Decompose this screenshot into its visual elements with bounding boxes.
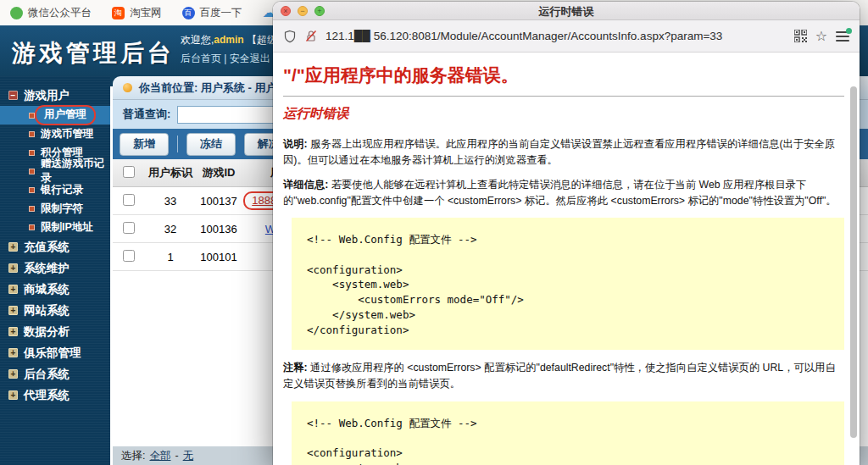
user-id-cell: 1 <box>145 251 196 263</box>
expand-icon[interactable]: + <box>8 327 18 336</box>
expand-icon[interactable]: + <box>8 263 18 273</box>
game-id-cell: 100101 <box>196 251 242 263</box>
collapse-icon[interactable]: − <box>8 91 18 100</box>
sidebar-subitem-游戏币管理[interactable]: 游戏币管理 <box>0 125 110 143</box>
query-label: 普通查询: <box>123 107 170 122</box>
bookmark-label: 淘宝网 <box>130 6 162 20</box>
window-titlebar[interactable]: 运行时错误 <box>273 2 860 20</box>
sidebar-item-label: 商城系统 <box>24 282 70 297</box>
game-id-cell: 100136 <box>196 223 242 235</box>
expand-icon[interactable]: + <box>8 306 18 315</box>
sidebar-subitem-限制IP地址[interactable]: 限制IP地址 <box>0 218 110 236</box>
breadcrumb-dot-icon <box>123 83 132 92</box>
row-checkbox[interactable] <box>123 222 135 234</box>
scrollbar-thumb[interactable] <box>850 86 857 438</box>
toolbar-button-冻结[interactable]: 冻结 <box>186 133 236 156</box>
bullet-icon <box>29 206 35 212</box>
expand-icon[interactable]: + <box>8 242 18 252</box>
welcome-prefix: 欢迎您, <box>181 34 214 46</box>
webconfig-code-block-1: <!-- Web.Config 配置文件 --> <configuration>… <box>292 218 844 350</box>
sidebar-item-label: 网站系统 <box>24 303 70 318</box>
expand-icon[interactable]: + <box>8 390 18 400</box>
shield-icon[interactable] <box>283 30 297 43</box>
game-id-cell: 100137 <box>196 195 242 208</box>
qr-code-icon[interactable] <box>794 30 807 42</box>
sidebar-item-label: 游戏用户 <box>24 88 70 103</box>
sidebar-subitem-label: 游戏币管理 <box>41 127 94 141</box>
error-page-content: "/"应用程序中的服务器错误。 运行时错误 说明: 服务器上出现应用程序错误。此… <box>273 53 860 465</box>
row-checkbox[interactable] <box>123 250 135 262</box>
error-browser-window: 运行时错误 121.1██ 56.120:8081/Module/Account… <box>273 2 860 465</box>
bookmark-item[interactable]: 百度一下 <box>182 6 242 20</box>
sidebar-item-充值系统[interactable]: +充值系统 <box>0 236 110 257</box>
sidebar-item-网站系统[interactable]: +网站系统 <box>0 300 110 321</box>
menu-notification-dot <box>846 28 852 34</box>
sidebar-item-商城系统[interactable]: +商城系统 <box>0 279 110 300</box>
details-text: 若要使他人能够在远程计算机上查看此特定错误消息的详细信息，请在位于当前 Web … <box>283 179 837 207</box>
screen: 微信公众平台淘宝网百度一下腾讯云阿里云 游戏管理后台 欢迎您,admin 【超级… <box>0 0 868 465</box>
row-checkbox-cell <box>113 194 145 208</box>
sidebar-subitem-label: 银行记录 <box>41 183 83 197</box>
note-text: 通过修改应用程序的 <customErrors> 配置标记的"defaultRe… <box>283 362 836 390</box>
sidebar-subitem-用户管理[interactable]: 用户管理 <box>0 106 110 125</box>
user-id-cell: 32 <box>145 223 196 235</box>
expand-icon[interactable]: + <box>8 285 18 294</box>
select-none-link[interactable]: 无 <box>183 449 194 463</box>
sidebar-item-代理系统[interactable]: +代理系统 <box>0 385 110 406</box>
page-title: 游戏管理后台 <box>12 37 175 69</box>
column-header: 用户标识 <box>145 165 196 180</box>
sidebar-item-系统维护[interactable]: +系统维护 <box>0 257 110 279</box>
sidebar-item-label: 系统维护 <box>24 261 70 276</box>
sidebar-subitem-label: 限制字符 <box>41 202 83 216</box>
selection-label: 选择: <box>121 449 145 463</box>
row-checkbox[interactable] <box>123 194 135 206</box>
sidebar-item-label: 后台系统 <box>24 367 70 382</box>
bullet-icon <box>29 131 35 137</box>
bullet-icon <box>29 150 35 156</box>
baidu-icon <box>182 7 195 19</box>
sidebar-item-label: 代理系统 <box>24 388 70 403</box>
expand-icon[interactable]: + <box>8 369 18 379</box>
sidebar-subitem-限制字符[interactable]: 限制字符 <box>0 199 110 218</box>
bookmark-label: 微信公众平台 <box>28 6 92 20</box>
address-input[interactable]: 121.1██ 56.120:8081/Module/AccountManage… <box>326 30 786 42</box>
header-checkbox-cell <box>113 166 145 180</box>
webconfig-code-block-2: <!-- Web.Config 配置文件 --> <configuration>… <box>292 401 844 465</box>
error-subheading: 运行时错误 <box>283 105 844 123</box>
insecure-lock-icon[interactable] <box>305 30 317 42</box>
toolbar-separator <box>177 136 178 152</box>
row-checkbox-cell <box>113 250 145 264</box>
sidebar-item-label: 数据分析 <box>24 324 70 340</box>
sidebar-item-俱乐部管理[interactable]: +俱乐部管理 <box>0 342 110 363</box>
user-id-cell: 33 <box>145 195 196 208</box>
sidebar-item-数据分析[interactable]: +数据分析 <box>0 321 110 342</box>
details-label: 详细信息: <box>283 179 328 191</box>
toolbar-button-新增[interactable]: 新增 <box>120 133 169 156</box>
select-all-link[interactable]: 全部 <box>149 449 170 463</box>
menu-icon[interactable] <box>836 31 849 42</box>
sidebar-subitem-赠送游戏币记录[interactable]: 赠送游戏币记录 <box>0 162 110 180</box>
row-checkbox-cell <box>113 222 145 236</box>
sidebar-item-游戏用户[interactable]: −游戏用户 <box>0 85 110 106</box>
expand-icon[interactable]: + <box>8 348 18 357</box>
window-title: 运行时错误 <box>273 4 860 19</box>
bookmark-item[interactable]: 微信公众平台 <box>10 6 92 20</box>
sidebar-item-label: 充值系统 <box>24 240 70 255</box>
note-label: 注释: <box>283 362 308 374</box>
bullet-icon <box>29 187 35 193</box>
error-details: 详细信息: 若要使他人能够在远程计算机上查看此特定错误消息的详细信息，请在位于当… <box>283 177 844 209</box>
sidebar: −游戏用户用户管理游戏币管理积分管理赠送游戏币记录银行记录限制字符限制IP地址+… <box>0 76 110 465</box>
sidebar-subitem-label: 限制IP地址 <box>41 220 93 235</box>
sidebar-subitem-label: 赠送游戏币记录 <box>41 157 110 185</box>
bookmark-item[interactable]: 淘宝网 <box>112 6 162 20</box>
sidebar-subitem-label: 用户管理 <box>35 105 96 125</box>
select-all-checkbox[interactable] <box>123 166 135 178</box>
sidebar-item-label: 俱乐部管理 <box>24 346 81 361</box>
bookmark-star-icon[interactable]: ☆ <box>815 28 827 44</box>
error-heading: "/"应用程序中的服务器错误。 <box>283 64 844 87</box>
description-text: 服务器上出现应用程序错误。此应用程序的当前自定义错误设置禁止远程查看应用程序错误… <box>283 138 835 166</box>
sidebar-item-后台系统[interactable]: +后台系统 <box>0 363 110 385</box>
column-header: 游戏ID <box>196 165 242 180</box>
bullet-icon <box>29 169 35 174</box>
description-label: 说明: <box>283 138 308 150</box>
